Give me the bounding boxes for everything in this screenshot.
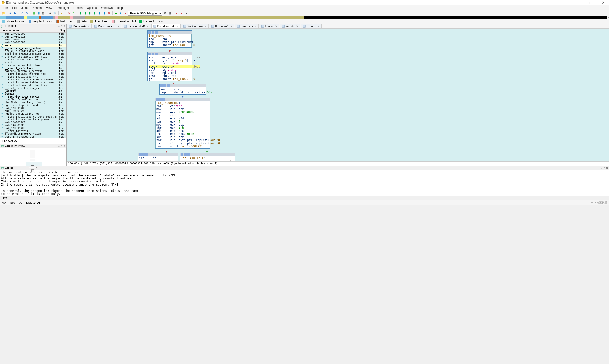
dbg2-icon[interactable]: ▦: [168, 11, 172, 15]
tab-imports[interactable]: Imports✕: [280, 24, 300, 28]
functions-list[interactable]: ƒsub_140001000.texƒsub_140001010.texƒsub…: [0, 33, 66, 138]
stop-icon[interactable]: ■: [123, 11, 128, 15]
function-row[interactable]: ƒsub_1400019D0.tex: [0, 127, 66, 130]
function-row[interactable]: ƒmain.te: [0, 44, 66, 47]
overview-canvas[interactable]: [0, 148, 66, 166]
lum4-icon[interactable]: ▮: [92, 11, 97, 15]
tab-close-icon[interactable]: ✕: [296, 25, 298, 28]
maximize-button[interactable]: ▢: [586, 1, 595, 4]
tab-close-icon[interactable]: ✕: [117, 25, 119, 28]
ov-restore-icon[interactable]: ▱: [58, 145, 60, 147]
fwd-icon[interactable]: ⯈: [13, 11, 17, 15]
menu-search[interactable]: Search: [31, 6, 43, 10]
tab-structures[interactable]: Structures✕: [235, 24, 259, 28]
function-row[interactable]: ƒcharNode::raw_length(void).tex: [0, 101, 66, 104]
function-row[interactable]: ƒ_guard_check_icall_nop.tex: [0, 113, 66, 115]
function-row[interactable]: ƒpre_cpp_initialization(void).tex: [0, 55, 66, 58]
menu-file[interactable]: File: [1, 6, 10, 10]
menu-windows[interactable]: Windows: [99, 6, 115, 10]
tab-close-icon[interactable]: ✕: [88, 25, 90, 28]
function-row[interactable]: ƒ__scrt_is_nonwritable_in_current_image.…: [0, 81, 66, 84]
open-icon[interactable]: 📁: [1, 11, 6, 15]
function-row[interactable]: ƒ__scrt_uninitialize_crt.tex: [0, 87, 66, 90]
menu-jump[interactable]: Jump: [20, 6, 30, 10]
function-row[interactable]: ƒ__report_gsfailure.te: [0, 67, 66, 70]
function-row[interactable]: ƒsub_1400019C0.tex: [0, 121, 66, 124]
tool-c-icon[interactable]: ▥: [41, 11, 45, 15]
redo-icon[interactable]: ↷: [25, 11, 29, 15]
tab-close-icon[interactable]: ✕: [318, 25, 320, 28]
ov-close-icon[interactable]: ✕: [63, 145, 65, 147]
panel-restore-icon[interactable]: ▱: [58, 25, 60, 27]
tool-a-icon[interactable]: ▦: [32, 11, 36, 15]
function-row[interactable]: ƒsub_140001020.tex: [0, 38, 66, 41]
col-function-name[interactable]: Function name: [1, 28, 60, 32]
idc-tab[interactable]: IDC: [0, 196, 609, 200]
function-row[interactable]: ƒsub_140001010.tex: [0, 36, 66, 38]
menu-debugger[interactable]: Debugger: [54, 6, 71, 10]
menu-options[interactable]: Options: [85, 6, 99, 10]
run-icon[interactable]: ▶: [114, 11, 118, 15]
function-row[interactable]: ƒUserMathErrorFunction.tex: [0, 98, 66, 101]
function-row[interactable]: ƒ__scrt_initialize_onexit_tables.tex: [0, 78, 66, 81]
graph-node[interactable]: mov esi, edi nop dword ptr [rax+rax+00h]: [159, 84, 206, 95]
function-row[interactable]: ƒpre_c_initialization(void).tex: [0, 50, 66, 52]
text-icon[interactable]: A: [48, 11, 52, 15]
undo-icon[interactable]: ↶: [20, 11, 24, 15]
function-row[interactable]: ƒsub_1400019C8.tex: [0, 124, 66, 127]
function-row[interactable]: ƒ_get_startup_file_mode.tex: [0, 104, 66, 107]
graph-node[interactable]: xor ecx, ecx ; Time mov [rsp+70h+arg_0],…: [147, 52, 192, 81]
function-row[interactable]: ƒ__scrt_release_startup_lock.tex: [0, 84, 66, 87]
out-max-icon[interactable]: □: [604, 167, 605, 169]
function-row[interactable]: ƒsub_140001080.tex: [0, 41, 66, 44]
lum1-icon[interactable]: ▮: [78, 11, 83, 15]
output-text[interactable]: The initial autoanalysis has been finish…: [0, 170, 609, 196]
function-row[interactable]: ƒ__raise_securityfailure.tex: [0, 64, 66, 67]
out-restore-icon[interactable]: ▱: [601, 167, 603, 169]
navigator-strip[interactable]: ▸: [0, 16, 609, 19]
function-row[interactable]: ƒatexit.te: [0, 92, 66, 95]
menu-lumina[interactable]: Lumina: [71, 6, 84, 10]
lum6-icon[interactable]: ▮: [102, 11, 106, 15]
function-row[interactable]: ƒ__scrt_is_user_matherr_present.tex: [0, 118, 66, 121]
function-row[interactable]: ƒcapture_previous_context.tex: [0, 70, 66, 73]
tab-ida-view-a[interactable]: IDA View-A✕: [67, 24, 91, 28]
tab-close-icon[interactable]: ✕: [275, 25, 277, 28]
function-row[interactable]: ƒ__scrt_common_main_seh(void).tex: [0, 58, 66, 61]
bp1-icon[interactable]: ●: [175, 11, 179, 15]
tab-pseudocode-c[interactable]: Pseudocode-C✕: [92, 24, 121, 28]
col-seg[interactable]: Seg: [60, 28, 65, 32]
function-row[interactable]: ƒ__security_init_cookie.te: [0, 95, 66, 98]
lum-x-icon[interactable]: ✕: [107, 11, 111, 15]
pause-icon[interactable]: ⏸: [118, 11, 123, 15]
graph-node[interactable]: loc_140001180: inc rbx cmp byte ptr [rax…: [147, 30, 192, 48]
lum5-icon[interactable]: ▮: [97, 11, 102, 15]
menu-help[interactable]: Help: [115, 6, 125, 10]
function-row[interactable]: ƒj_UserMathErrorFunction.tex: [0, 132, 66, 135]
bp2-icon[interactable]: ●: [179, 11, 184, 15]
function-row[interactable]: ƒpost_pgo_initialization(void).tex: [0, 52, 66, 55]
function-row[interactable]: ƒscrt is managed app.tex: [0, 135, 66, 138]
tab-close-icon[interactable]: ✕: [147, 25, 149, 28]
function-row[interactable]: ƒ_onexit.te: [0, 90, 66, 92]
function-row[interactable]: ƒsub_140001990.tex: [0, 110, 66, 113]
function-row[interactable]: ƒsub_140001980.tex: [0, 107, 66, 110]
tab-close-icon[interactable]: ✕: [255, 25, 257, 28]
tab-hex-view-1[interactable]: Hex View-1✕: [209, 24, 234, 28]
tool-b-icon[interactable]: ▦: [36, 11, 41, 15]
close-button[interactable]: ✕: [599, 1, 608, 4]
graph-node[interactable]: loc_1400011B0: call cs:rand mov r8d, eax…: [155, 98, 210, 149]
back-icon[interactable]: ⯇: [8, 11, 13, 15]
lum2-icon[interactable]: ▮: [83, 11, 87, 15]
ov-max-icon[interactable]: □: [61, 145, 62, 147]
no-entry-icon[interactable]: ⊘: [67, 11, 71, 15]
tab-close-icon[interactable]: ✕: [230, 25, 232, 28]
tab-exports[interactable]: Exports✕: [301, 24, 321, 28]
tab-pseudocode-a[interactable]: Pseudocode-A✕: [151, 24, 180, 28]
function-row[interactable]: ƒ__scrt_initialize_default_local_stdio_o…: [0, 115, 66, 118]
function-row[interactable]: ƒstart.tex: [0, 61, 66, 64]
panel-max-icon[interactable]: □: [61, 25, 62, 27]
menu-edit[interactable]: Edit: [10, 6, 19, 10]
star-icon[interactable]: ★: [60, 11, 64, 15]
function-row[interactable]: ƒ__scrt_fastfail.tex: [0, 130, 66, 132]
